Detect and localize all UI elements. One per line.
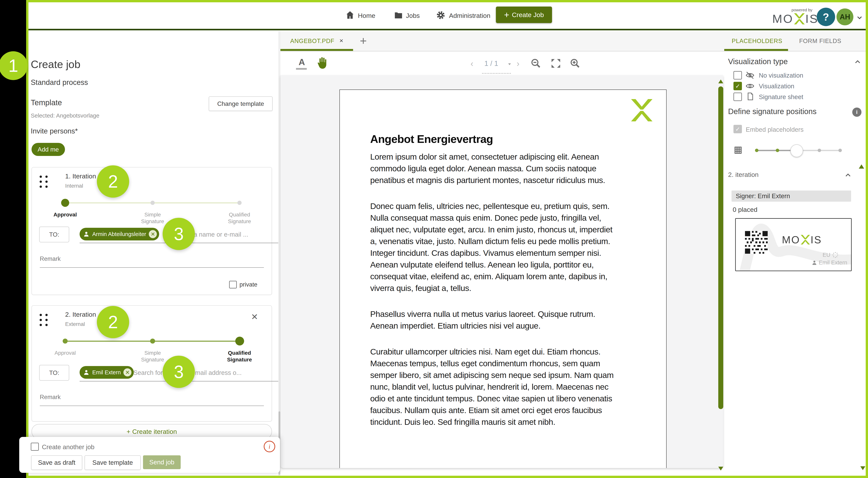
chip-remove-icon[interactable]: ✕ bbox=[149, 230, 157, 238]
step-dot-simple[interactable] bbox=[150, 339, 155, 344]
slider-tick[interactable] bbox=[838, 149, 842, 152]
user-menu-chevron-down-icon[interactable] bbox=[856, 14, 863, 22]
page-dropdown-icon[interactable] bbox=[507, 62, 513, 67]
left-panel-scrollbar[interactable] bbox=[278, 31, 280, 476]
person-icon bbox=[83, 231, 90, 237]
info-icon[interactable]: i bbox=[852, 107, 862, 117]
panel-scroll-up-icon[interactable] bbox=[859, 164, 864, 169]
moxis-logo: MO IS bbox=[772, 12, 818, 26]
slider-tick[interactable] bbox=[818, 149, 821, 152]
step-dot-approval[interactable] bbox=[63, 339, 68, 344]
recipient-chip[interactable]: Armin Abteilungsleiter ✕ bbox=[80, 228, 159, 240]
iteration-type: Internal bbox=[65, 183, 83, 189]
text-annotation-tool[interactable]: A bbox=[296, 57, 308, 70]
remark-underline bbox=[40, 406, 264, 406]
tab-form-fields[interactable]: FORM FIELDS bbox=[799, 38, 841, 44]
avatar-initials: AH bbox=[840, 13, 850, 21]
collapse-chevron-up-icon[interactable] bbox=[854, 58, 862, 67]
step-label-qualified[interactable]: Qualified Signature bbox=[209, 349, 270, 363]
signature-preview-card[interactable]: MO IS EU Emil Extern bbox=[735, 218, 852, 271]
slider-handle[interactable] bbox=[790, 144, 803, 157]
help-button[interactable]: ? bbox=[817, 8, 835, 26]
to-field-label[interactable]: TO: bbox=[39, 227, 69, 242]
signature-sheet-label[interactable]: Signature sheet bbox=[759, 93, 803, 101]
embed-placeholders-checkbox[interactable]: ✓ bbox=[734, 125, 742, 133]
step-dot-qualified[interactable] bbox=[237, 201, 242, 205]
drag-handle-icon[interactable] bbox=[40, 314, 48, 326]
avatar[interactable]: AH bbox=[836, 8, 854, 25]
iteration-card-2: 2. Iteration External ✕ Approval Simple … bbox=[32, 305, 272, 421]
nav-item-jobs[interactable]: Jobs bbox=[406, 12, 420, 20]
private-label: private bbox=[240, 281, 257, 288]
save-as-draft-button[interactable]: Save as draft bbox=[31, 455, 82, 470]
to-field-label[interactable]: TO: bbox=[39, 365, 69, 381]
step-label-qualified[interactable]: Qualified Signature bbox=[209, 211, 270, 225]
pdf-viewer[interactable]: Angebot Energievertrag Lorem ipsum dolor… bbox=[280, 75, 723, 468]
annotation-circle-1: 1 bbox=[0, 51, 28, 80]
visualization-checkbox[interactable]: ✓ bbox=[734, 82, 742, 90]
placeholder-size-slider[interactable] bbox=[756, 150, 840, 151]
invite-persons-label: Invite persons* bbox=[31, 127, 78, 135]
tab-placeholders[interactable]: PLACEHOLDERS bbox=[732, 38, 782, 44]
slider-tick[interactable] bbox=[776, 149, 779, 152]
pan-hand-icon[interactable] bbox=[314, 55, 329, 71]
pdf-scroll-down-icon[interactable] bbox=[718, 467, 723, 471]
no-visualization-label[interactable]: No visualization bbox=[759, 72, 803, 79]
slider-tick[interactable] bbox=[755, 149, 758, 152]
person-icon bbox=[83, 369, 90, 376]
remark-input-label[interactable]: Remark bbox=[40, 255, 61, 262]
card-logo-right: IS bbox=[810, 234, 822, 246]
tab-angebot-pdf[interactable]: ANGEBOT.PDF bbox=[290, 38, 335, 44]
save-template-button[interactable]: Save template bbox=[85, 455, 141, 470]
embed-placeholders-label: Embed placeholders bbox=[746, 126, 804, 133]
eu-signature-level: EU bbox=[823, 251, 839, 258]
iteration-card-1: 1. Iteration Internal Approval Simple Si… bbox=[32, 167, 272, 295]
change-template-button[interactable]: Change template bbox=[209, 96, 273, 111]
qr-code bbox=[745, 231, 768, 254]
step-label-approval[interactable]: Approval bbox=[34, 349, 96, 356]
plus-icon: + bbox=[504, 10, 509, 19]
next-page-icon[interactable]: › bbox=[517, 59, 520, 68]
add-me-button[interactable]: Add me bbox=[32, 143, 65, 156]
document-body: Lorem ipsum dolor sit amet, consectetuer… bbox=[370, 151, 614, 442]
iteration-collapse-chevron-up-icon[interactable] bbox=[844, 171, 852, 180]
fullscreen-icon[interactable] bbox=[550, 58, 562, 70]
step-dot-approval[interactable] bbox=[61, 199, 69, 207]
prev-page-icon[interactable]: ‹ bbox=[470, 59, 473, 68]
step-label-approval[interactable]: Approval bbox=[34, 211, 96, 218]
nav-item-home[interactable]: Home bbox=[358, 12, 375, 20]
nav-bottom-divider bbox=[28, 29, 866, 30]
close-iteration-icon[interactable]: ✕ bbox=[251, 312, 258, 322]
zoom-out-icon[interactable] bbox=[530, 58, 541, 70]
pdf-scroll-up-icon[interactable] bbox=[718, 79, 723, 83]
tab-close-icon[interactable]: × bbox=[339, 37, 343, 44]
home-icon bbox=[345, 10, 355, 20]
eye-off-icon bbox=[745, 70, 755, 81]
drag-handle-icon[interactable] bbox=[40, 175, 48, 188]
private-checkbox[interactable] bbox=[229, 281, 237, 288]
iteration-type: External bbox=[65, 321, 85, 327]
chip-remove-icon[interactable]: ✕ bbox=[123, 368, 131, 376]
send-job-button[interactable]: Send job bbox=[143, 455, 181, 469]
page-indicator[interactable]: 1 / 1 bbox=[484, 60, 498, 68]
iteration-title: 2. Iteration bbox=[65, 311, 96, 318]
zoom-in-icon[interactable] bbox=[569, 58, 581, 70]
error-info-icon[interactable]: i bbox=[264, 441, 275, 452]
panel-scroll-down-icon[interactable] bbox=[860, 466, 865, 470]
visualization-label[interactable]: Visualization bbox=[759, 82, 795, 90]
pdf-page[interactable]: Angebot Energievertrag Lorem ipsum dolor… bbox=[339, 90, 666, 468]
signature-sheet-checkbox[interactable] bbox=[734, 93, 742, 101]
add-tab-icon[interactable]: + bbox=[360, 34, 367, 47]
create-job-button[interactable]: + Create Job bbox=[496, 6, 552, 23]
create-another-job-checkbox[interactable] bbox=[31, 443, 39, 451]
active-tab-underline bbox=[280, 49, 353, 51]
pdf-scrollbar-thumb[interactable] bbox=[718, 87, 723, 409]
remark-input-label[interactable]: Remark bbox=[40, 394, 61, 401]
recipient-chip[interactable]: Emil Extern ✕ bbox=[80, 366, 134, 379]
step-dot-simple[interactable] bbox=[151, 201, 155, 205]
define-positions-heading: Define signature positions bbox=[728, 107, 816, 116]
annotation-circle-2b: 2 bbox=[97, 306, 129, 338]
nav-item-administration[interactable]: Administration bbox=[449, 12, 490, 20]
step-dot-qualified[interactable] bbox=[235, 337, 244, 345]
no-visualization-checkbox[interactable] bbox=[734, 71, 742, 79]
